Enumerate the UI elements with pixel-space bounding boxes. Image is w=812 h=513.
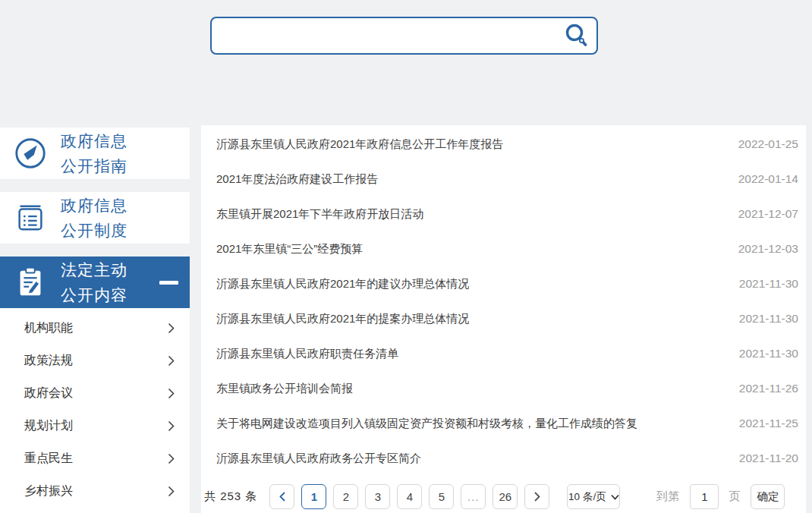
sidebar-item-statutory-disclosure[interactable]: 法定主动 公开内容 xyxy=(0,256,190,308)
list-item[interactable]: 2021年东里镇“三公”经费预算 2021-12-03 xyxy=(201,231,806,266)
article-date: 2021-12-03 xyxy=(738,242,798,256)
article-title[interactable]: 沂源县东里镇人民政府政务公开专区简介 xyxy=(216,452,421,466)
list-item[interactable]: 关于将电网建设改造项目列入镇级固定资产投资额和村级考核，量化工作成绩的答复 20… xyxy=(201,406,806,441)
article-title[interactable]: 沂源县东里镇人民政府2021年的建议办理总体情况 xyxy=(216,277,469,291)
article-title[interactable]: 沂源县东里镇人民政府2021年政府信息公开工作年度报告 xyxy=(216,137,503,152)
sidebar-item-label: 政府信息 公开指南 xyxy=(61,128,127,178)
search-box xyxy=(210,17,598,55)
subitem-label: 乡村振兴 xyxy=(24,483,73,499)
chevron-right-icon xyxy=(168,486,175,497)
page-ellipsis-button[interactable]: ... xyxy=(461,484,486,509)
search-icon xyxy=(563,22,590,49)
confirm-button[interactable]: 确定 xyxy=(751,484,785,509)
goto-page-group: 到第 页 确定 xyxy=(656,484,785,509)
sidebar-item-gov-info-system[interactable]: 政府信息 公开制度 xyxy=(0,192,190,244)
chevron-right-icon xyxy=(168,355,175,367)
pagination: 共 253 条 1 2 3 4 5 ... 26 10 条/页 到第 页 xyxy=(201,484,806,509)
goto-prefix-label: 到第 xyxy=(656,489,680,504)
chevron-down-icon xyxy=(611,494,619,500)
article-title[interactable]: 东里镇政务公开培训会简报 xyxy=(216,382,353,396)
article-date: 2021-11-30 xyxy=(739,347,798,360)
search-button[interactable] xyxy=(557,18,596,53)
next-page-button[interactable] xyxy=(524,484,549,509)
page-size-value: 10 条/页 xyxy=(568,490,606,504)
subitem-label: 重点民生 xyxy=(24,451,73,467)
sidebar: 政府信息 公开指南 政府信息 公开制度 xyxy=(0,127,190,513)
chevron-right-icon xyxy=(168,388,175,399)
goto-unit-label: 页 xyxy=(729,489,741,504)
list-item[interactable]: 沂源县东里镇人民政府政务公开专区简介 2021-11-20 xyxy=(201,441,806,476)
total-count-label: 共 253 条 xyxy=(204,489,257,504)
article-title[interactable]: 沂源县东里镇人民政府2021年的提案办理总体情况 xyxy=(216,312,469,326)
article-title[interactable]: 沂源县东里镇人民政府职责任务清单 xyxy=(216,347,398,361)
article-date: 2021-11-30 xyxy=(739,312,798,326)
compass-icon xyxy=(13,136,48,171)
subitem-label: 政府会议 xyxy=(24,386,73,401)
prev-page-button[interactable] xyxy=(269,484,294,509)
article-date: 2021-11-20 xyxy=(739,452,798,465)
list-item[interactable]: 沂源县东里镇人民政府2021年政府信息公开工作年度报告 2022-01-25 xyxy=(201,127,806,162)
sidebar-item-label: 政府信息 公开制度 xyxy=(61,193,127,243)
list-item[interactable]: 沂源县东里镇人民政府2021年的提案办理总体情况 2021-11-30 xyxy=(201,301,806,336)
sidebar-item-gov-info-guide[interactable]: 政府信息 公开指南 xyxy=(0,127,190,179)
chevron-right-icon xyxy=(168,453,175,464)
article-date: 2021-11-26 xyxy=(739,382,798,395)
article-date: 2021-12-07 xyxy=(738,207,798,221)
subitem-label: 规划计划 xyxy=(24,418,73,434)
sidebar-subitem-policies[interactable]: 政策法规 xyxy=(0,345,190,377)
list-item[interactable]: 2021年度法治政府建设工作报告 2022-01-14 xyxy=(201,162,806,197)
article-date: 2022-01-25 xyxy=(738,137,798,151)
article-list: 沂源县东里镇人民政府2021年政府信息公开工作年度报告 2022-01-25 2… xyxy=(201,125,806,513)
article-date: 2021-11-30 xyxy=(739,277,798,291)
page: 政府信息 公开指南 政府信息 公开制度 xyxy=(0,0,812,513)
page-button-26[interactable]: 26 xyxy=(493,484,518,509)
list-item[interactable]: 东里镇政务公开培训会简报 2021-11-26 xyxy=(201,371,806,406)
article-title[interactable]: 2021年度法治政府建设工作报告 xyxy=(216,172,378,187)
chevron-right-icon xyxy=(533,491,541,502)
document-icon xyxy=(13,200,48,235)
chevron-right-icon xyxy=(168,323,175,334)
article-date: 2022-01-14 xyxy=(738,172,798,186)
article-title[interactable]: 关于将电网建设改造项目列入镇级固定资产投资额和村级考核，量化工作成绩的答复 xyxy=(216,417,637,431)
list-item[interactable]: 沂源县东里镇人民政府职责任务清单 2021-11-30 xyxy=(201,336,806,371)
sidebar-subitem-plans[interactable]: 规划计划 xyxy=(0,410,190,442)
sidebar-subnav: 机构职能 政策法规 政府会议 规划计划 重点民生 乡村振兴 xyxy=(0,308,190,513)
sidebar-subitem-org-functions[interactable]: 机构职能 xyxy=(0,312,190,345)
sidebar-subitem-rural-revitalization[interactable]: 乡村振兴 xyxy=(0,475,190,508)
search-input[interactable] xyxy=(212,18,557,53)
page-button-5[interactable]: 5 xyxy=(429,484,454,509)
chevron-left-icon xyxy=(279,491,286,502)
goto-page-input[interactable] xyxy=(690,484,719,509)
page-button-1[interactable]: 1 xyxy=(301,484,326,509)
page-size-select[interactable]: 10 条/页 xyxy=(567,484,620,509)
list-item[interactable]: 东里镇开展2021年下半年政府开放日活动 2021-12-07 xyxy=(201,197,806,231)
page-button-3[interactable]: 3 xyxy=(365,484,390,509)
collapse-minus-icon xyxy=(159,281,178,285)
subitem-label: 政策法规 xyxy=(24,353,73,369)
article-date: 2021-11-25 xyxy=(739,417,798,430)
article-title[interactable]: 东里镇开展2021年下半年政府开放日活动 xyxy=(216,207,423,222)
sidebar-subitem-livelihood[interactable]: 重点民生 xyxy=(0,442,190,475)
chevron-right-icon xyxy=(168,420,175,432)
article-title[interactable]: 2021年东里镇“三公”经费预算 xyxy=(216,242,363,256)
page-button-4[interactable]: 4 xyxy=(397,484,422,509)
page-button-2[interactable]: 2 xyxy=(333,484,358,509)
sidebar-subitem-gov-meetings[interactable]: 政府会议 xyxy=(0,377,190,410)
list-item[interactable]: 沂源县东里镇人民政府2021年的建议办理总体情况 2021-11-30 xyxy=(201,266,806,301)
subitem-label: 机构职能 xyxy=(24,320,73,336)
sidebar-item-label: 法定主动 公开内容 xyxy=(61,257,127,307)
clipboard-pencil-icon xyxy=(13,265,48,300)
